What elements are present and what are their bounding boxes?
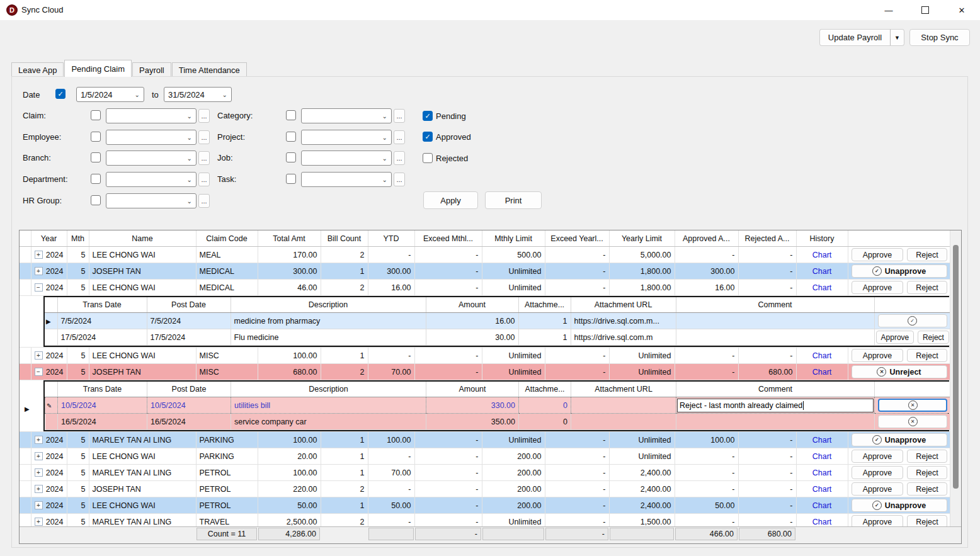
filter-browse-button[interactable]: ... bbox=[394, 130, 405, 144]
vertical-scrollbar[interactable] bbox=[950, 230, 961, 526]
close-button[interactable]: ✕ bbox=[947, 0, 976, 20]
col-exceed-mthly[interactable]: Exceed Mthl... bbox=[414, 230, 482, 247]
filter-combo[interactable]: ⌄ bbox=[301, 172, 392, 187]
filter-browse-button[interactable]: ... bbox=[198, 109, 210, 123]
reject-button[interactable]: Reject bbox=[907, 515, 947, 526]
approve-check-button[interactable]: ✓ bbox=[878, 314, 947, 327]
reject-button[interactable]: Reject bbox=[907, 281, 947, 294]
reject-button[interactable]: Reject bbox=[907, 466, 947, 479]
reject-button[interactable]: Reject bbox=[907, 349, 947, 362]
col-approved-amt[interactable]: Approved A... bbox=[675, 230, 738, 247]
filter-browse-button[interactable]: ... bbox=[198, 130, 210, 144]
col-ytd[interactable]: YTD bbox=[368, 230, 414, 247]
history-chart-link[interactable]: Chart bbox=[800, 452, 845, 461]
tab-time-attendance[interactable]: Time Attendance bbox=[172, 62, 247, 77]
col-total-amt[interactable]: Total Amt bbox=[258, 230, 321, 247]
history-chart-link[interactable]: Chart bbox=[800, 368, 845, 377]
filter-checkbox[interactable] bbox=[91, 195, 101, 205]
tab-pending-claim[interactable]: Pending Claim bbox=[64, 60, 132, 77]
col-history[interactable]: History bbox=[796, 230, 848, 247]
unapprove-button[interactable]: ✓Unapprove bbox=[852, 499, 947, 512]
filter-checkbox[interactable] bbox=[286, 132, 296, 142]
collapse-toggle-icon[interactable]: − bbox=[35, 368, 43, 376]
filter-browse-button[interactable]: ... bbox=[394, 173, 405, 186]
reject-x-button[interactable]: ✕ bbox=[878, 415, 947, 428]
date-from-combo[interactable]: 1/5/2024⌄ bbox=[76, 87, 144, 102]
expand-toggle-icon[interactable]: + bbox=[35, 501, 43, 509]
expand-toggle-icon[interactable]: + bbox=[35, 468, 43, 477]
history-chart-link[interactable]: Chart bbox=[800, 485, 845, 494]
update-payroll-button[interactable]: Update Payroll bbox=[819, 29, 890, 46]
detail-col-trans-date[interactable]: Trans Date bbox=[57, 297, 147, 313]
maximize-button[interactable] bbox=[911, 0, 940, 20]
filter-combo[interactable]: ⌄ bbox=[106, 108, 197, 123]
detail-col-post-date[interactable]: Post Date bbox=[147, 297, 231, 313]
col-bill-count[interactable]: Bill Count bbox=[321, 230, 368, 247]
approve-button[interactable]: Approve bbox=[852, 349, 904, 362]
detail-col-amount[interactable]: Amount bbox=[426, 382, 519, 397]
detail-col-description[interactable]: Description bbox=[231, 297, 426, 313]
filter-combo[interactable]: ⌄ bbox=[106, 193, 197, 208]
expand-toggle-icon[interactable]: + bbox=[35, 452, 43, 460]
detail-col-attachment-url[interactable]: Attachment URL bbox=[571, 297, 676, 313]
status-checkbox-rejected[interactable] bbox=[423, 153, 433, 163]
filter-combo[interactable]: ⌄ bbox=[301, 150, 392, 166]
tab-leave-app[interactable]: Leave App bbox=[11, 62, 64, 77]
approve-button[interactable]: Approve bbox=[852, 281, 904, 294]
scrollbar-thumb[interactable] bbox=[953, 245, 959, 489]
status-checkbox-approved[interactable]: ✓ bbox=[423, 132, 433, 142]
filter-browse-button[interactable]: ... bbox=[198, 173, 210, 186]
apply-button[interactable]: Apply bbox=[423, 191, 478, 209]
collapse-toggle-icon[interactable]: − bbox=[35, 283, 43, 292]
col-claim-code[interactable]: Claim Code bbox=[196, 230, 258, 247]
tab-payroll[interactable]: Payroll bbox=[132, 62, 171, 77]
col-year[interactable]: Year bbox=[31, 230, 67, 247]
history-chart-link[interactable]: Chart bbox=[800, 351, 845, 360]
detail-col-description[interactable]: Description bbox=[231, 382, 426, 397]
filter-checkbox[interactable] bbox=[91, 174, 101, 184]
approve-button[interactable]: Approve bbox=[852, 466, 904, 479]
filter-browse-button[interactable]: ... bbox=[394, 151, 405, 165]
reject-button[interactable]: Reject bbox=[907, 450, 947, 463]
history-chart-link[interactable]: Chart bbox=[800, 501, 845, 510]
approve-button[interactable]: Approve bbox=[852, 450, 904, 463]
stop-sync-button[interactable]: Stop Sync bbox=[909, 29, 970, 46]
detail-col-trans-date[interactable]: Trans Date bbox=[58, 382, 147, 397]
col-name[interactable]: Name bbox=[89, 230, 196, 247]
filter-checkbox[interactable] bbox=[91, 110, 101, 120]
detail-col-comment[interactable]: Comment bbox=[676, 382, 875, 397]
history-chart-link[interactable]: Chart bbox=[800, 267, 845, 276]
filter-checkbox[interactable] bbox=[91, 152, 101, 162]
col-mth[interactable]: Mth bbox=[67, 230, 89, 247]
reject-button[interactable]: Reject bbox=[907, 482, 947, 496]
col-mthly-limit[interactable]: Mthly Limit bbox=[482, 230, 545, 247]
expand-toggle-icon[interactable]: + bbox=[35, 485, 43, 493]
date-to-combo[interactable]: 31/5/2024⌄ bbox=[164, 87, 232, 102]
detail-col-comment[interactable]: Comment bbox=[676, 297, 874, 313]
history-chart-link[interactable]: Chart bbox=[800, 283, 845, 292]
filter-checkbox[interactable] bbox=[286, 110, 296, 120]
unapprove-button[interactable]: ✓Unapprove bbox=[852, 264, 947, 278]
filter-combo[interactable]: ⌄ bbox=[106, 172, 197, 187]
filter-combo[interactable]: ⌄ bbox=[106, 130, 197, 145]
filter-combo[interactable]: ⌄ bbox=[106, 150, 197, 166]
minimize-button[interactable]: — bbox=[874, 0, 903, 20]
filter-combo[interactable]: ⌄ bbox=[301, 130, 392, 145]
history-chart-link[interactable]: Chart bbox=[800, 436, 845, 445]
detail-col-attachment-url[interactable]: Attachment URL bbox=[571, 382, 676, 397]
col-exceed-yearly[interactable]: Exceed Yearl... bbox=[545, 230, 609, 247]
expand-toggle-icon[interactable]: + bbox=[35, 267, 43, 275]
approve-button[interactable]: Approve bbox=[876, 331, 914, 344]
filter-checkbox[interactable] bbox=[286, 152, 296, 162]
unapprove-button[interactable]: ✓Unapprove bbox=[852, 433, 947, 446]
filter-checkbox[interactable] bbox=[286, 174, 296, 184]
expand-toggle-icon[interactable]: + bbox=[35, 518, 43, 526]
filter-browse-button[interactable]: ... bbox=[198, 194, 210, 208]
detail-col-attachme---[interactable]: Attachme... bbox=[518, 297, 571, 313]
detail-col-attachme---[interactable]: Attachme... bbox=[519, 382, 571, 397]
reject-x-button[interactable]: ✕ bbox=[878, 399, 947, 412]
history-chart-link[interactable]: Chart bbox=[800, 468, 845, 477]
expand-toggle-icon[interactable]: + bbox=[35, 351, 43, 360]
history-chart-link[interactable]: Chart bbox=[800, 251, 845, 259]
detail-col-post-date[interactable]: Post Date bbox=[147, 382, 231, 397]
